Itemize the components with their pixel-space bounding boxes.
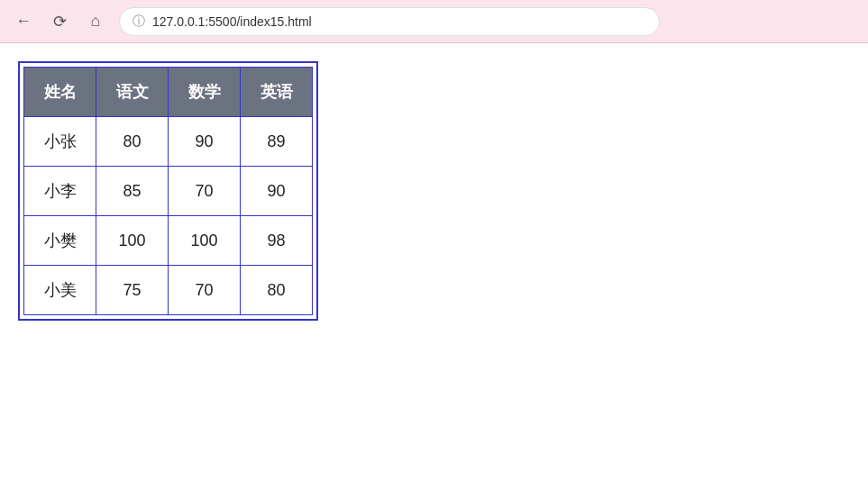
browser-toolbar: ← ⟳ ⌂ ⓘ 127.0.0.1:5500/index15.html	[0, 0, 868, 43]
table-header-row: 姓名语文数学英语	[24, 68, 313, 117]
info-icon: ⓘ	[132, 14, 145, 30]
table-cell: 70	[169, 167, 241, 216]
home-button[interactable]: ⌂	[81, 7, 110, 36]
table-container: 姓名语文数学英语 小张809089小李857090小樊10010098小美757…	[18, 61, 318, 321]
table-cell: 80	[241, 266, 313, 315]
nav-buttons: ← ⟳ ⌂	[9, 7, 110, 36]
table-cell: 小张	[24, 117, 96, 167]
table-row: 小李857090	[24, 167, 313, 216]
url-text: 127.0.0.1:5500/index15.html	[152, 14, 312, 29]
score-table: 姓名语文数学英语 小张809089小李857090小樊10010098小美757…	[23, 67, 313, 315]
address-bar[interactable]: ⓘ 127.0.0.1:5500/index15.html	[119, 7, 660, 36]
table-cell: 100	[96, 216, 169, 266]
table-cell: 100	[169, 216, 241, 266]
table-cell: 小樊	[24, 216, 96, 266]
reload-button[interactable]: ⟳	[45, 7, 74, 36]
table-cell: 70	[169, 266, 241, 315]
table-header-cell: 数学	[169, 68, 241, 117]
table-cell: 80	[96, 117, 169, 167]
table-header-cell: 英语	[241, 68, 313, 117]
table-cell: 98	[241, 216, 313, 266]
table-cell: 90	[241, 167, 313, 216]
page-content: 姓名语文数学英语 小张809089小李857090小樊10010098小美757…	[0, 43, 868, 490]
table-header-cell: 姓名	[24, 68, 96, 117]
table-cell: 75	[96, 266, 169, 315]
table-cell: 90	[169, 117, 241, 167]
table-cell: 89	[241, 117, 313, 167]
table-cell: 小美	[24, 266, 96, 315]
table-cell: 小李	[24, 167, 96, 216]
table-row: 小美757080	[24, 266, 313, 315]
table-row: 小张809089	[24, 117, 313, 167]
table-row: 小樊10010098	[24, 216, 313, 266]
table-cell: 85	[96, 167, 169, 216]
table-header-cell: 语文	[96, 68, 169, 117]
back-button[interactable]: ←	[9, 7, 38, 36]
